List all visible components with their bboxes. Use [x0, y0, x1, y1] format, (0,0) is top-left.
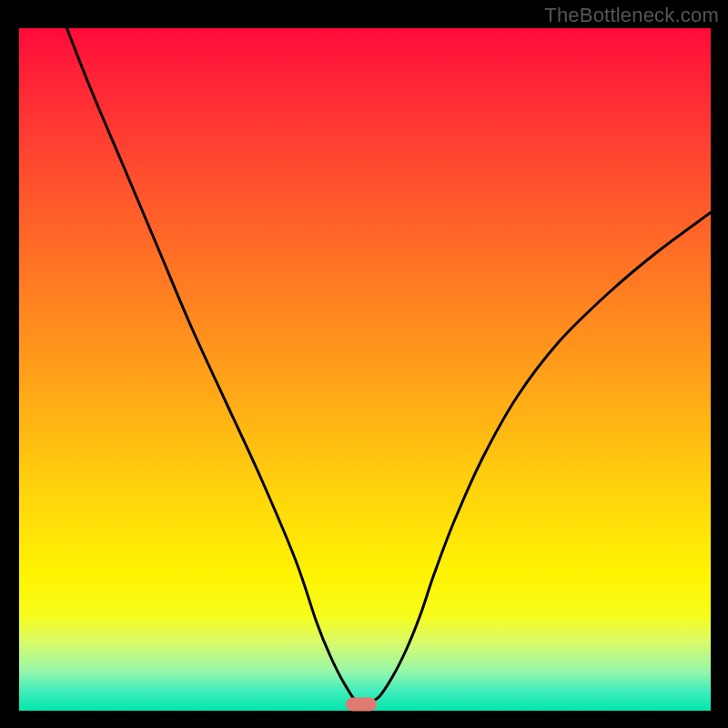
chart-frame: TheBottleneck.com	[0, 0, 728, 728]
curve-svg	[19, 28, 711, 711]
plot-area	[19, 28, 711, 711]
valley-marker	[346, 698, 377, 712]
watermark-text: TheBottleneck.com	[544, 4, 719, 27]
bottleneck-curve-path	[19, 28, 711, 706]
